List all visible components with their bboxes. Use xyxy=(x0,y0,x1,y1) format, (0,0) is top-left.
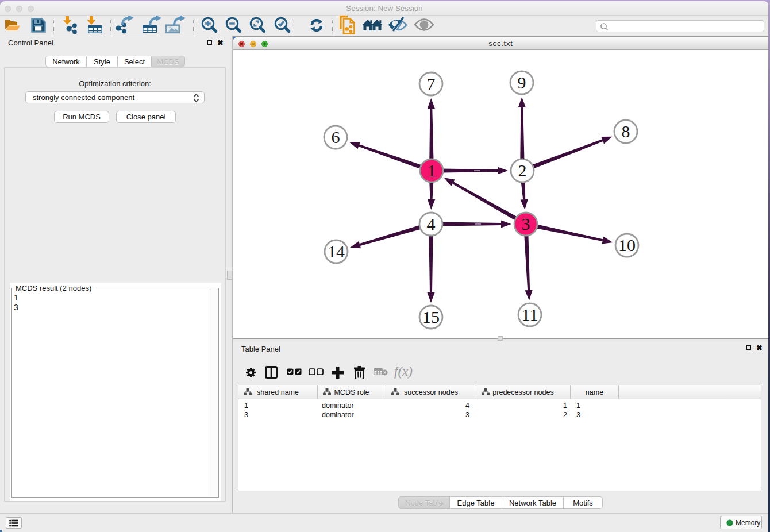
svg-text:6: 6 xyxy=(332,128,340,147)
svg-text:15: 15 xyxy=(422,307,440,326)
svg-text:1: 1 xyxy=(428,161,436,180)
svg-text:10: 10 xyxy=(618,236,636,255)
svg-text:7: 7 xyxy=(427,74,436,93)
svg-text:4: 4 xyxy=(427,214,436,233)
svg-text:3: 3 xyxy=(522,214,530,233)
svg-text:11: 11 xyxy=(522,305,538,324)
svg-text:8: 8 xyxy=(622,122,630,141)
svg-text:14: 14 xyxy=(328,242,345,261)
svg-text:9: 9 xyxy=(518,73,526,92)
svg-text:2: 2 xyxy=(518,161,527,180)
